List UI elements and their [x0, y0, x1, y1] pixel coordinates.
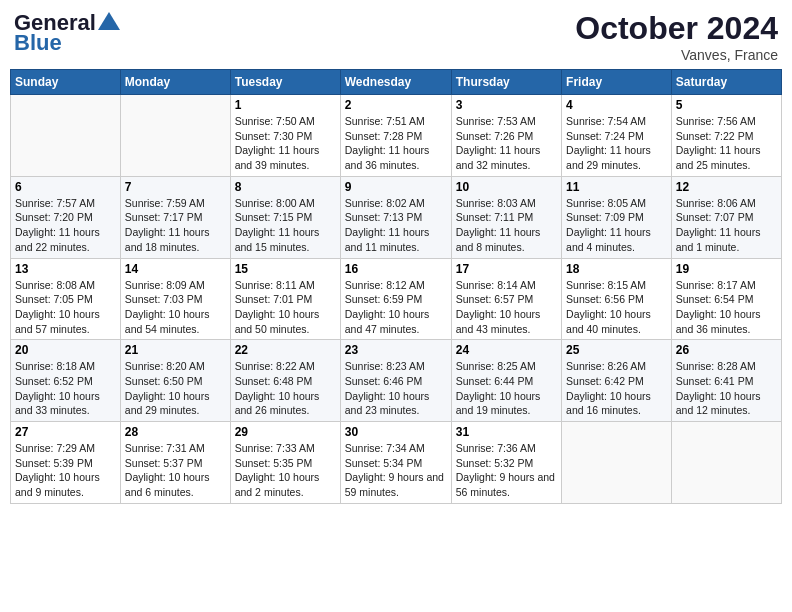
- day-cell: 18 Sunrise: 8:15 AM Sunset: 6:56 PM Dayl…: [562, 258, 672, 340]
- day-number: 4: [566, 98, 667, 112]
- daylight-text: Daylight: 11 hours and 15 minutes.: [235, 226, 320, 253]
- day-number: 7: [125, 180, 226, 194]
- sunrise-text: Sunrise: 7:53 AM: [456, 115, 536, 127]
- day-cell: 20 Sunrise: 8:18 AM Sunset: 6:52 PM Dayl…: [11, 340, 121, 422]
- daylight-text: Daylight: 10 hours and 29 minutes.: [125, 390, 210, 417]
- sunrise-text: Sunrise: 7:56 AM: [676, 115, 756, 127]
- day-cell: 19 Sunrise: 8:17 AM Sunset: 6:54 PM Dayl…: [671, 258, 781, 340]
- daylight-text: Daylight: 10 hours and 23 minutes.: [345, 390, 430, 417]
- sunrise-text: Sunrise: 8:03 AM: [456, 197, 536, 209]
- daylight-text: Daylight: 11 hours and 32 minutes.: [456, 144, 541, 171]
- day-cell: 7 Sunrise: 7:59 AM Sunset: 7:17 PM Dayli…: [120, 176, 230, 258]
- day-number: 12: [676, 180, 777, 194]
- daylight-text: Daylight: 11 hours and 22 minutes.: [15, 226, 100, 253]
- sunset-text: Sunset: 5:34 PM: [345, 457, 423, 469]
- daylight-text: Daylight: 10 hours and 33 minutes.: [15, 390, 100, 417]
- day-info: Sunrise: 8:05 AM Sunset: 7:09 PM Dayligh…: [566, 196, 667, 255]
- sunrise-text: Sunrise: 7:51 AM: [345, 115, 425, 127]
- day-number: 28: [125, 425, 226, 439]
- empty-day-cell: [671, 422, 781, 504]
- day-number: 29: [235, 425, 336, 439]
- svg-marker-0: [98, 12, 120, 30]
- day-info: Sunrise: 8:20 AM Sunset: 6:50 PM Dayligh…: [125, 359, 226, 418]
- sunrise-text: Sunrise: 8:08 AM: [15, 279, 95, 291]
- daylight-text: Daylight: 10 hours and 47 minutes.: [345, 308, 430, 335]
- calendar-week-row: 27 Sunrise: 7:29 AM Sunset: 5:39 PM Dayl…: [11, 422, 782, 504]
- daylight-text: Daylight: 11 hours and 18 minutes.: [125, 226, 210, 253]
- calendar-week-row: 13 Sunrise: 8:08 AM Sunset: 7:05 PM Dayl…: [11, 258, 782, 340]
- day-number: 1: [235, 98, 336, 112]
- day-number: 14: [125, 262, 226, 276]
- daylight-text: Daylight: 11 hours and 4 minutes.: [566, 226, 651, 253]
- sunset-text: Sunset: 6:44 PM: [456, 375, 534, 387]
- day-cell: 23 Sunrise: 8:23 AM Sunset: 6:46 PM Dayl…: [340, 340, 451, 422]
- sunset-text: Sunset: 6:41 PM: [676, 375, 754, 387]
- day-cell: 27 Sunrise: 7:29 AM Sunset: 5:39 PM Dayl…: [11, 422, 121, 504]
- day-number: 27: [15, 425, 116, 439]
- day-cell: 8 Sunrise: 8:00 AM Sunset: 7:15 PM Dayli…: [230, 176, 340, 258]
- daylight-text: Daylight: 11 hours and 1 minute.: [676, 226, 761, 253]
- day-cell: 14 Sunrise: 8:09 AM Sunset: 7:03 PM Dayl…: [120, 258, 230, 340]
- day-info: Sunrise: 8:18 AM Sunset: 6:52 PM Dayligh…: [15, 359, 116, 418]
- sunset-text: Sunset: 7:20 PM: [15, 211, 93, 223]
- day-cell: 15 Sunrise: 8:11 AM Sunset: 7:01 PM Dayl…: [230, 258, 340, 340]
- sunset-text: Sunset: 7:01 PM: [235, 293, 313, 305]
- sunset-text: Sunset: 6:50 PM: [125, 375, 203, 387]
- daylight-text: Daylight: 11 hours and 8 minutes.: [456, 226, 541, 253]
- day-cell: 6 Sunrise: 7:57 AM Sunset: 7:20 PM Dayli…: [11, 176, 121, 258]
- sunset-text: Sunset: 6:57 PM: [456, 293, 534, 305]
- weekday-header: Sunday: [11, 70, 121, 95]
- day-info: Sunrise: 8:23 AM Sunset: 6:46 PM Dayligh…: [345, 359, 447, 418]
- day-number: 19: [676, 262, 777, 276]
- day-info: Sunrise: 8:08 AM Sunset: 7:05 PM Dayligh…: [15, 278, 116, 337]
- day-info: Sunrise: 8:11 AM Sunset: 7:01 PM Dayligh…: [235, 278, 336, 337]
- day-info: Sunrise: 7:57 AM Sunset: 7:20 PM Dayligh…: [15, 196, 116, 255]
- logo: General Blue: [14, 10, 120, 56]
- day-number: 6: [15, 180, 116, 194]
- sunset-text: Sunset: 6:46 PM: [345, 375, 423, 387]
- weekday-header: Wednesday: [340, 70, 451, 95]
- day-info: Sunrise: 8:02 AM Sunset: 7:13 PM Dayligh…: [345, 196, 447, 255]
- sunrise-text: Sunrise: 7:57 AM: [15, 197, 95, 209]
- sunrise-text: Sunrise: 7:36 AM: [456, 442, 536, 454]
- sunrise-text: Sunrise: 8:05 AM: [566, 197, 646, 209]
- daylight-text: Daylight: 10 hours and 19 minutes.: [456, 390, 541, 417]
- sunrise-text: Sunrise: 8:22 AM: [235, 360, 315, 372]
- sunrise-text: Sunrise: 8:00 AM: [235, 197, 315, 209]
- sunset-text: Sunset: 7:13 PM: [345, 211, 423, 223]
- weekday-header: Friday: [562, 70, 672, 95]
- day-info: Sunrise: 8:15 AM Sunset: 6:56 PM Dayligh…: [566, 278, 667, 337]
- day-number: 8: [235, 180, 336, 194]
- day-number: 21: [125, 343, 226, 357]
- weekday-header: Monday: [120, 70, 230, 95]
- day-number: 22: [235, 343, 336, 357]
- weekday-header-row: SundayMondayTuesdayWednesdayThursdayFrid…: [11, 70, 782, 95]
- sunset-text: Sunset: 6:59 PM: [345, 293, 423, 305]
- sunrise-text: Sunrise: 8:02 AM: [345, 197, 425, 209]
- sunset-text: Sunset: 6:52 PM: [15, 375, 93, 387]
- day-cell: 5 Sunrise: 7:56 AM Sunset: 7:22 PM Dayli…: [671, 95, 781, 177]
- sunrise-text: Sunrise: 8:20 AM: [125, 360, 205, 372]
- sunset-text: Sunset: 7:30 PM: [235, 130, 313, 142]
- sunrise-text: Sunrise: 7:33 AM: [235, 442, 315, 454]
- day-cell: 30 Sunrise: 7:34 AM Sunset: 5:34 PM Dayl…: [340, 422, 451, 504]
- sunset-text: Sunset: 7:15 PM: [235, 211, 313, 223]
- day-cell: 4 Sunrise: 7:54 AM Sunset: 7:24 PM Dayli…: [562, 95, 672, 177]
- sunset-text: Sunset: 5:32 PM: [456, 457, 534, 469]
- day-cell: 12 Sunrise: 8:06 AM Sunset: 7:07 PM Dayl…: [671, 176, 781, 258]
- location: Vanves, France: [575, 47, 778, 63]
- sunset-text: Sunset: 7:17 PM: [125, 211, 203, 223]
- day-number: 23: [345, 343, 447, 357]
- daylight-text: Daylight: 10 hours and 6 minutes.: [125, 471, 210, 498]
- daylight-text: Daylight: 11 hours and 29 minutes.: [566, 144, 651, 171]
- page-header: General Blue October 2024 Vanves, France: [10, 10, 782, 63]
- day-number: 31: [456, 425, 557, 439]
- day-number: 24: [456, 343, 557, 357]
- sunrise-text: Sunrise: 7:34 AM: [345, 442, 425, 454]
- day-cell: 13 Sunrise: 8:08 AM Sunset: 7:05 PM Dayl…: [11, 258, 121, 340]
- day-info: Sunrise: 8:25 AM Sunset: 6:44 PM Dayligh…: [456, 359, 557, 418]
- empty-day-cell: [11, 95, 121, 177]
- daylight-text: Daylight: 10 hours and 26 minutes.: [235, 390, 320, 417]
- day-cell: 16 Sunrise: 8:12 AM Sunset: 6:59 PM Dayl…: [340, 258, 451, 340]
- day-info: Sunrise: 7:34 AM Sunset: 5:34 PM Dayligh…: [345, 441, 447, 500]
